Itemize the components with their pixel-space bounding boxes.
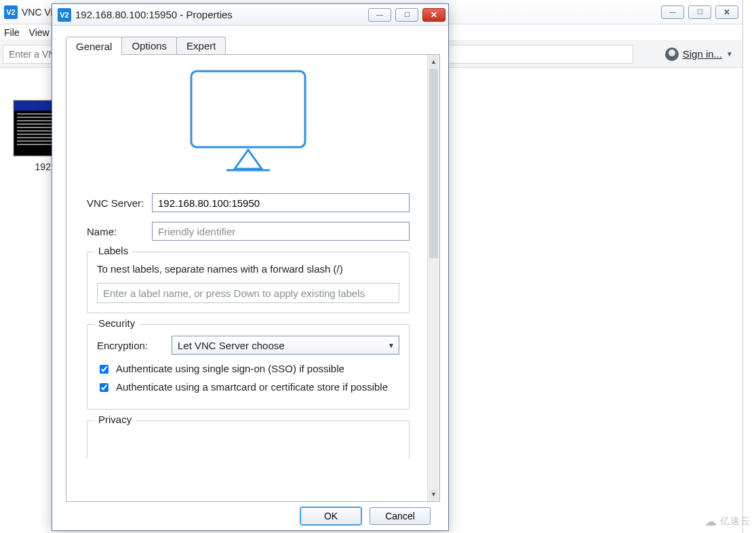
scroll-up-icon[interactable]: ▲: [429, 56, 438, 67]
properties-dialog: V2 192.168.80.100:15950 - Properties — ☐…: [52, 3, 449, 531]
maximize-button[interactable]: ☐: [688, 5, 711, 19]
signin-label: Sign in...: [683, 48, 722, 60]
avatar-icon: [665, 47, 679, 61]
security-fieldset: Security Encryption: Let VNC Server choo…: [87, 324, 410, 410]
chevron-down-icon: ▼: [726, 50, 733, 58]
encryption-select[interactable]: Let VNC Server choose ▼: [172, 336, 399, 355]
tabstrip: General Options Expert: [66, 35, 440, 54]
labels-fieldset: Labels To nest labels, separate names wi…: [87, 252, 410, 313]
scroll-down-icon[interactable]: ▼: [429, 489, 438, 500]
smartcard-label: Authenticate using a smartcard or certif…: [116, 381, 388, 393]
app-icon: V2: [4, 5, 18, 19]
tab-page-general: VNC Server: Name: Labels To nest labels,…: [66, 54, 440, 502]
security-legend: Security: [94, 317, 139, 329]
scroll-thumb[interactable]: [429, 68, 438, 258]
cloud-icon: ☁: [704, 514, 717, 529]
vnc-server-label: VNC Server:: [87, 197, 152, 209]
watermark: ☁ 亿速云: [704, 514, 751, 529]
vnc-server-input[interactable]: [152, 193, 410, 212]
tab-expert[interactable]: Expert: [176, 37, 226, 54]
monitor-icon: [187, 67, 309, 176]
maximize-icon: ☐: [697, 8, 703, 16]
minimize-icon: —: [669, 8, 676, 16]
menu-file[interactable]: File: [4, 27, 20, 38]
app-icon: V2: [58, 8, 71, 22]
sso-label: Authenticate using single sign-on (SSO) …: [116, 363, 344, 374]
minimize-button[interactable]: —: [661, 5, 684, 19]
close-icon: ✕: [431, 10, 437, 20]
dialog-title: 192.168.80.100:15950 - Properties: [75, 9, 233, 20]
scrollbar[interactable]: ▲ ▼: [427, 55, 439, 501]
close-icon: ✕: [723, 7, 730, 17]
dialog-minimize-button[interactable]: —: [368, 8, 391, 22]
name-label: Name:: [87, 226, 152, 237]
main-window-controls: — ☐ ✕: [661, 5, 738, 19]
signin-group[interactable]: Sign in... ▼: [665, 47, 740, 61]
dialog-maximize-button[interactable]: ☐: [395, 8, 418, 22]
encryption-value: Let VNC Server choose: [178, 340, 285, 351]
encryption-label: Encryption:: [97, 340, 172, 351]
smartcard-checkbox[interactable]: [100, 383, 108, 392]
dialog-button-bar: OK Cancel: [66, 502, 440, 530]
dialog-titlebar[interactable]: V2 192.168.80.100:15950 - Properties — ☐…: [52, 4, 448, 26]
sso-checkbox[interactable]: [100, 365, 108, 374]
tab-options[interactable]: Options: [121, 37, 177, 54]
labels-help-text: To nest labels, separate names with a fo…: [97, 263, 399, 275]
tab-general[interactable]: General: [66, 37, 122, 55]
svg-rect-0: [191, 71, 305, 147]
dialog-close-button[interactable]: ✕: [422, 8, 445, 22]
chevron-down-icon: ▼: [388, 342, 395, 349]
close-button[interactable]: ✕: [715, 5, 738, 19]
labels-input[interactable]: [97, 283, 399, 303]
cancel-button[interactable]: Cancel: [370, 507, 431, 525]
minimize-icon: —: [376, 11, 383, 18]
labels-legend: Labels: [94, 245, 132, 256]
watermark-text: 亿速云: [720, 515, 751, 528]
privacy-legend: Privacy: [94, 414, 136, 425]
menu-view[interactable]: View: [29, 27, 49, 38]
maximize-icon: ☐: [404, 11, 410, 18]
name-input[interactable]: [152, 222, 410, 241]
ok-button[interactable]: OK: [300, 507, 361, 525]
privacy-fieldset: Privacy: [87, 420, 410, 459]
